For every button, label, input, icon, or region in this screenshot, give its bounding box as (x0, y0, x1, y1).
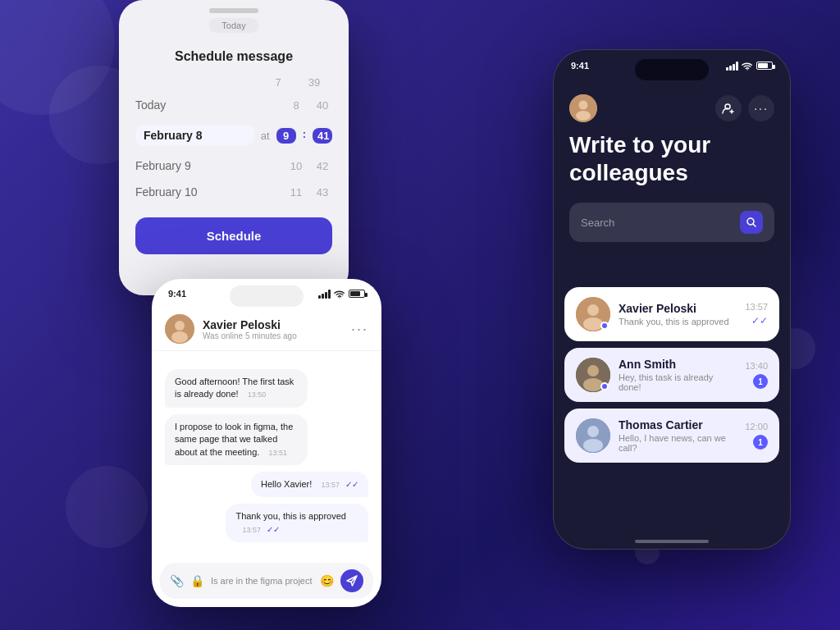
top-num-2: 39 (304, 76, 324, 89)
date-today: Today (135, 98, 286, 112)
more-options-button[interactable]: ··· (748, 95, 774, 121)
thomas-info: Thomas Cartier Hello, I have news, can w… (619, 418, 737, 453)
today-num-2: 40 (313, 99, 332, 112)
chat-contact-status: Was online 5 minutes ago (203, 331, 351, 340)
contacts-status-time: 9:41 (571, 61, 589, 71)
xavier-time: 13:57 (745, 302, 768, 312)
ann-preview: Hey, this task is already done! (619, 372, 737, 392)
thomas-preview: Hello, I have news, can we call? (619, 433, 737, 453)
msg-bubble-4: Thank you, this is approved 13:57 ✓✓ (226, 504, 368, 542)
contacts-list: Xavier Peloski Thank you, this is approv… (553, 287, 791, 533)
contact-ann[interactable]: Ann Smith Hey, this task is already done… (564, 348, 779, 402)
contacts-signal (726, 61, 738, 71)
svg-point-7 (576, 111, 591, 121)
today-pill: Today (208, 18, 258, 33)
hero-title: Write to your colleagues (569, 131, 774, 186)
feb10-num-1: 11 (286, 186, 306, 199)
chat-status-icons (318, 289, 365, 299)
chat-contact-avatar (165, 314, 194, 344)
user-avatar[interactable] (569, 94, 597, 122)
feb10-nums: 11 43 (286, 186, 332, 199)
chat-signal (318, 289, 331, 299)
chat-header-info: Xavier Peloski Was online 5 minutes ago (203, 318, 351, 340)
svg-point-6 (579, 101, 588, 110)
feb8-nums: 9 : 41 (276, 128, 332, 144)
chat-header: Xavier Peloski Was online 5 minutes ago … (152, 308, 381, 351)
search-bar[interactable]: Search (569, 203, 774, 242)
message-2: I propose to look in figma, the same pag… (165, 414, 368, 465)
msg-time-3: 13:57 (321, 481, 340, 489)
add-contacts-button[interactable] (715, 95, 742, 121)
message-3: Hello Xavier! 13:57 ✓✓ (165, 472, 368, 497)
attachment-icon: 📎 (170, 574, 184, 587)
xavier-info: Xavier Peloski Thank you, this is approv… (619, 302, 737, 326)
contacts-wifi-icon (742, 62, 753, 71)
thomas-avatar (576, 418, 610, 453)
feb8-hour: 9 (276, 128, 296, 144)
emoji-icon[interactable]: 😊 (320, 574, 334, 587)
contact-thomas[interactable]: Thomas Cartier Hello, I have news, can w… (564, 409, 779, 463)
schedule-row-today[interactable]: Today 8 40 (135, 92, 332, 118)
bg-decor-1 (0, 0, 115, 115)
search-placeholder: Search (581, 217, 733, 229)
ann-name: Ann Smith (619, 358, 737, 371)
today-nums: 8 40 (286, 99, 332, 112)
schedule-button[interactable]: Schedule (135, 217, 332, 254)
message-1: Good afternoon! The first task is alread… (165, 369, 368, 408)
chat-input-placeholder[interactable]: Is are in the figma project (211, 576, 313, 586)
feb9-num-1: 10 (286, 160, 306, 172)
chat-input-bar[interactable]: 📎 🔒 Is are in the figma project 😊 (160, 563, 373, 599)
svg-point-18 (583, 439, 603, 452)
svg-point-4 (746, 69, 747, 70)
msg-text-4: Thank you, this is approved (235, 511, 346, 521)
today-num-1: 8 (286, 99, 306, 112)
today-label: Today (221, 21, 245, 30)
ann-time: 13:40 (745, 361, 768, 371)
thomas-name: Thomas Cartier (619, 418, 737, 431)
contacts-status-icons (726, 61, 773, 71)
schedule-notch (209, 8, 258, 13)
svg-point-17 (587, 426, 599, 437)
xavier-meta: 13:57 ✓✓ (745, 302, 768, 326)
xavier-preview: Thank you, this is approved (619, 317, 737, 326)
lock-icon: 🔒 (190, 574, 204, 587)
schedule-row-feb8[interactable]: February 8 at 9 : 41 (135, 118, 332, 153)
ann-unread-badge: 1 (753, 374, 768, 389)
svg-point-2 (175, 321, 185, 331)
msg-bubble-2: I propose to look in figma, the same pag… (165, 414, 308, 465)
ann-meta: 13:40 1 (745, 361, 768, 389)
msg-time-4: 13:57 (242, 526, 261, 534)
contacts-hero: Write to your colleagues Search (553, 131, 791, 258)
send-button[interactable] (340, 569, 363, 592)
svg-point-11 (587, 304, 599, 316)
schedule-content: Schedule message 7 39 Today 8 40 Februar… (119, 41, 349, 275)
top-num-1: 7 (268, 76, 288, 89)
date-feb10: February 10 (135, 185, 286, 199)
schedule-title: Schedule message (135, 49, 332, 64)
ann-avatar (576, 358, 610, 392)
feb8-min: 41 (313, 128, 332, 144)
msg-text-3: Hello Xavier! (261, 479, 312, 489)
chat-battery-icon (349, 290, 365, 298)
chat-wifi-icon (334, 290, 345, 299)
msg-read-check-4: ✓✓ (267, 525, 280, 534)
chat-status-time: 9:41 (168, 289, 186, 299)
at-label: at (261, 130, 270, 142)
schedule-row-feb10[interactable]: February 10 11 43 (135, 179, 332, 205)
xavier-avatar (576, 297, 610, 331)
search-button[interactable] (740, 211, 763, 234)
header-actions: ··· (715, 95, 774, 121)
svg-point-0 (339, 297, 340, 298)
chat-more-button[interactable]: ··· (351, 321, 368, 338)
schedule-row-feb9[interactable]: February 9 10 42 (135, 153, 332, 179)
thomas-unread-badge: 1 (753, 435, 768, 450)
contacts-battery-icon (756, 62, 773, 70)
contacts-home-bar (635, 540, 709, 543)
thomas-time: 12:00 (745, 422, 768, 431)
contacts-status-bar: 9:41 (553, 61, 791, 71)
ann-online-dot (600, 382, 609, 390)
chat-status-bar: 9:41 (152, 289, 381, 299)
feb9-num-2: 42 (313, 160, 332, 172)
xavier-read-check: ✓✓ (751, 315, 768, 326)
contact-xavier[interactable]: Xavier Peloski Thank you, this is approv… (564, 287, 779, 341)
